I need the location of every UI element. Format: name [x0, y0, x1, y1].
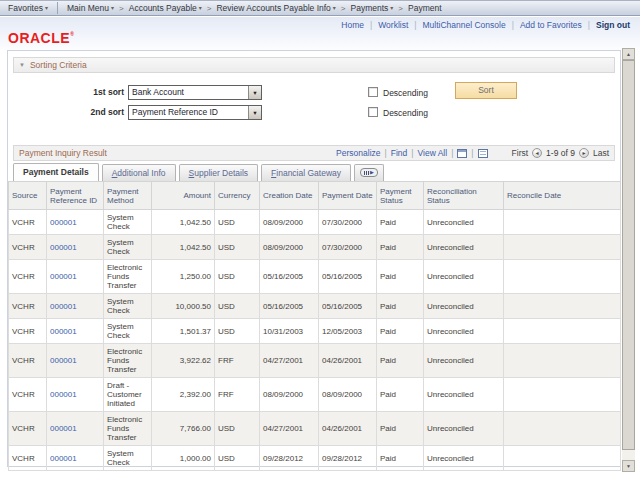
- tab-supplier-details[interactable]: Supplier Details: [179, 164, 259, 181]
- cell-amount: 1,501.37: [152, 319, 215, 344]
- first-sort-select[interactable]: Bank Account ▼: [128, 85, 262, 100]
- cell-currency: USD: [215, 235, 260, 260]
- cell-reconciliation-status: Unreconciled: [424, 210, 504, 235]
- dropdown-arrow-icon[interactable]: ▼: [248, 106, 261, 119]
- cell-payment-status: Paid: [377, 294, 424, 319]
- tab-financial-gateway[interactable]: Financial Gateway: [261, 164, 351, 181]
- column-header-payment-method: Payment Method: [104, 182, 152, 210]
- cell-creation-date: 10/31/2003: [260, 319, 319, 344]
- breadcrumb-favorites[interactable]: Favorites▾: [8, 3, 48, 13]
- payment-reference-link[interactable]: 000001: [50, 424, 77, 433]
- vertical-scrollbar[interactable]: ▲ ▼: [622, 48, 635, 472]
- cell-reconcile-date: [504, 446, 621, 471]
- previous-page-icon[interactable]: ◂: [532, 148, 542, 158]
- grid-tabs: Payment DetailsAdditional InfoSupplier D…: [13, 163, 387, 181]
- cell-source: VCHR: [9, 378, 47, 412]
- cell-payment-date: 07/30/2000: [319, 235, 377, 260]
- column-header-creation-date: Creation Date: [260, 182, 319, 210]
- payment-reference-link[interactable]: 000001: [50, 243, 77, 252]
- page-header: Home|Worklist|MultiChannel Console|Add t…: [0, 17, 640, 50]
- payment-reference-link[interactable]: 000001: [50, 356, 77, 365]
- zoom-grid-icon[interactable]: [457, 149, 467, 158]
- breadcrumb-item-main-menu[interactable]: Main Menu▾: [67, 3, 114, 13]
- table-row: VCHR000001System Check1,000.00USD09/28/2…: [9, 446, 621, 471]
- cell-creation-date: 08/09/2000: [260, 235, 319, 260]
- separator: |: [411, 148, 413, 158]
- breadcrumb-divider: [57, 2, 58, 14]
- breadcrumb-item-review-accounts-payable-info[interactable]: Review Accounts Payable Info▾: [216, 3, 335, 13]
- first-page-link[interactable]: First: [512, 148, 529, 158]
- scroll-down-icon[interactable]: ▼: [622, 460, 635, 472]
- cell-currency: USD: [215, 319, 260, 344]
- payment-reference-link[interactable]: 000001: [50, 218, 77, 227]
- scroll-up-icon[interactable]: ▲: [622, 48, 635, 60]
- scrollbar-thumb[interactable]: [622, 60, 635, 450]
- header-link-worklist[interactable]: Worklist: [378, 20, 408, 30]
- sorting-criteria-header: ▼ Sorting Criteria: [13, 57, 615, 73]
- cell-creation-date: 09/28/2012: [260, 446, 319, 471]
- cell-reconciliation-status: Unreconciled: [424, 319, 504, 344]
- cell-source: VCHR: [9, 412, 47, 446]
- descending-checkbox-2[interactable]: [368, 107, 378, 117]
- table-row: VCHR000001Electronic Funds Transfer3,922…: [9, 344, 621, 378]
- payment-reference-link[interactable]: 000001: [50, 302, 77, 311]
- find-link[interactable]: Find: [391, 148, 408, 158]
- cell-payment-method: System Check: [104, 235, 152, 260]
- column-header-reconcile-date: Reconcile Date: [504, 182, 621, 210]
- breadcrumb-item-payments[interactable]: Payments▾: [351, 3, 394, 13]
- breadcrumb-item-accounts-payable[interactable]: Accounts Payable▾: [129, 3, 202, 13]
- payment-reference-link[interactable]: 000001: [50, 390, 77, 399]
- pagination-range: 1-9 of 9: [546, 148, 575, 158]
- signout-link[interactable]: Sign out: [596, 20, 630, 30]
- cell-payment-date: 05/16/2005: [319, 260, 377, 294]
- cell-creation-date: 05/16/2005: [260, 260, 319, 294]
- cell-payment-status: Paid: [377, 260, 424, 294]
- cell-reconciliation-status: Unreconciled: [424, 235, 504, 260]
- view-all-link[interactable]: View All: [418, 148, 448, 158]
- cell-payment-status: Paid: [377, 344, 424, 378]
- dropdown-arrow-icon[interactable]: ▼: [248, 86, 261, 99]
- cell-reconciliation-status: Unreconciled: [424, 412, 504, 446]
- cell-currency: USD: [215, 210, 260, 235]
- payment-reference-link[interactable]: 000001: [50, 454, 77, 463]
- cell-payment-reference-id: 000001: [47, 446, 104, 471]
- cell-payment-date: 07/30/2000: [319, 210, 377, 235]
- header-link-multichannel-console[interactable]: MultiChannel Console: [423, 20, 506, 30]
- cell-currency: USD: [215, 412, 260, 446]
- payment-reference-link[interactable]: 000001: [50, 272, 77, 281]
- separator: |: [512, 20, 514, 30]
- cell-payment-method: Draft - Customer Initiated: [104, 378, 152, 412]
- table-row: VCHR000001System Check1,501.37USD10/31/2…: [9, 319, 621, 344]
- table-header-row: SourcePayment Reference IDPayment Method…: [9, 182, 621, 210]
- column-header-currency: Currency: [215, 182, 260, 210]
- tab-payment-details[interactable]: Payment Details: [13, 163, 99, 181]
- grid-toolbar: Personalize | Find | View All | |: [336, 148, 487, 158]
- last-page-link[interactable]: Last: [593, 148, 609, 158]
- cell-reconcile-date: [504, 260, 621, 294]
- download-spreadsheet-icon[interactable]: [478, 149, 488, 158]
- cell-payment-reference-id: 000001: [47, 260, 104, 294]
- personalize-link[interactable]: Personalize: [336, 148, 380, 158]
- cell-creation-date: 08/09/2000: [260, 378, 319, 412]
- payment-reference-link[interactable]: 000001: [50, 327, 77, 336]
- header-links: Home|Worklist|MultiChannel Console|Add t…: [341, 20, 630, 30]
- breadcrumb-separator: >: [398, 4, 403, 13]
- descending-checkbox-1[interactable]: [368, 87, 378, 97]
- header-link-home[interactable]: Home: [341, 20, 364, 30]
- separator: |: [588, 20, 590, 30]
- cell-amount: 1,250.00: [152, 260, 215, 294]
- column-header-payment-status: Payment Status: [377, 182, 424, 210]
- separator: |: [471, 148, 473, 158]
- collapse-section-icon[interactable]: ▼: [19, 62, 25, 68]
- chevron-down-icon: ▾: [390, 5, 393, 11]
- tab-additional-info[interactable]: Additional Info: [102, 164, 176, 181]
- next-page-icon[interactable]: ▸: [579, 148, 589, 158]
- second-sort-select[interactable]: Payment Reference ID ▼: [128, 105, 262, 120]
- show-all-columns-tab[interactable]: ▶: [354, 164, 384, 181]
- first-sort-value: Bank Account: [129, 86, 248, 99]
- breadcrumb-item-payment[interactable]: Payment: [408, 3, 442, 13]
- header-link-add-to-favorites[interactable]: Add to Favorites: [520, 20, 582, 30]
- cell-reconcile-date: [504, 412, 621, 446]
- table-row: VCHR000001Electronic Funds Transfer7,766…: [9, 412, 621, 446]
- sort-button[interactable]: Sort: [455, 82, 517, 99]
